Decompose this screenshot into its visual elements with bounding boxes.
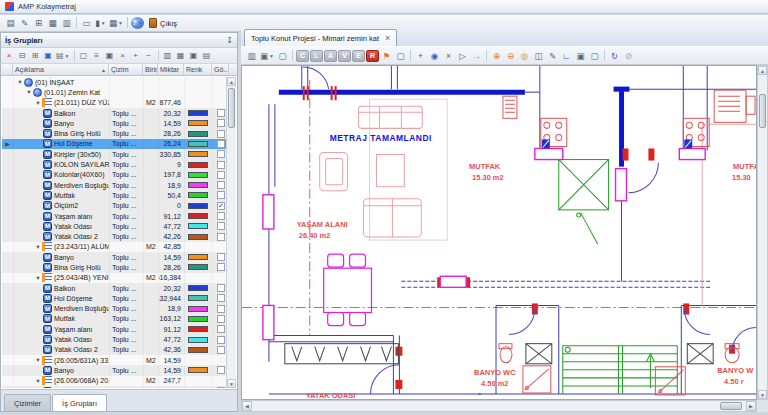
- tree-row[interactable]: ▼(26.005/631A) 33...M214,59: [2, 355, 226, 365]
- edit-icon[interactable]: ✎: [546, 49, 559, 62]
- tree-row[interactable]: MBalkonToplu ...20,32: [2, 108, 226, 118]
- tree-row[interactable]: ▼(01) İNŞAAT: [2, 77, 226, 87]
- layer-v-button[interactable]: V: [338, 50, 351, 62]
- panel-tab--izimler[interactable]: Çizimler: [4, 394, 51, 411]
- image-icon[interactable]: ▦: [46, 17, 59, 30]
- open-icon[interactable]: ▤▼: [55, 50, 71, 62]
- visibility-checkbox[interactable]: [217, 346, 225, 354]
- tree-row[interactable]: MBanyoToplu ...14,59: [2, 252, 226, 262]
- visibility-checkbox[interactable]: ✓: [217, 202, 225, 210]
- tree-row[interactable]: MKOLON SAYILARIToplu ...9: [2, 159, 226, 169]
- print-icon[interactable]: ▥: [162, 50, 174, 62]
- print-preview-icon[interactable]: ▦: [175, 50, 187, 62]
- remove-icon[interactable]: ×: [117, 50, 129, 62]
- pin-icon[interactable]: ↧: [226, 36, 233, 45]
- visibility-checkbox[interactable]: [217, 109, 225, 117]
- tree-row[interactable]: MYatak Odası 2Toplu ...42,26: [2, 231, 226, 241]
- visibility-checkbox[interactable]: [217, 140, 225, 148]
- color-swatch[interactable]: [188, 234, 208, 240]
- tree-row[interactable]: MKirişler (30x50)Toplu ...330,85: [2, 149, 226, 159]
- tree-row[interactable]: ▼(21.011) DÜZ YÜZ...M2877,46: [2, 98, 226, 108]
- color-swatch[interactable]: [188, 306, 208, 312]
- tree-row[interactable]: ▼(01.01) Zemin Kat: [2, 87, 226, 97]
- color-swatch[interactable]: [188, 120, 208, 126]
- color-swatch[interactable]: [188, 182, 208, 188]
- color-swatch[interactable]: [188, 110, 208, 116]
- visibility-checkbox[interactable]: [217, 325, 225, 333]
- column-aciklama[interactable]: Açıklama▲: [13, 64, 109, 75]
- color-swatch[interactable]: [188, 162, 208, 168]
- visibility-checkbox[interactable]: [217, 191, 225, 199]
- color-swatch[interactable]: [188, 131, 208, 137]
- ruler-icon[interactable]: ∟: [560, 49, 573, 62]
- visibility-checkbox[interactable]: [217, 222, 225, 230]
- scroll-down-icon[interactable]: ▼: [758, 390, 767, 399]
- tree-row[interactable]: MMutfakToplu ...163,12: [2, 314, 226, 324]
- exit-button[interactable]: Çıkış: [145, 18, 181, 28]
- scroll-thumb[interactable]: [759, 94, 766, 128]
- color-swatch[interactable]: [188, 172, 208, 178]
- visibility-checkbox[interactable]: [217, 150, 225, 158]
- color-swatch[interactable]: [188, 367, 208, 373]
- visibility-checkbox[interactable]: [217, 233, 225, 241]
- expand-tree-icon[interactable]: ⊞: [29, 50, 41, 62]
- visibility-checkbox[interactable]: [217, 284, 225, 292]
- duplicate-icon[interactable]: ▣: [104, 50, 116, 62]
- tree-scrollbar[interactable]: ▲ ▼: [226, 77, 236, 388]
- color-swatch[interactable]: [188, 326, 208, 332]
- zoom-page-icon[interactable]: ◫: [532, 49, 545, 62]
- delete-icon[interactable]: ×: [3, 50, 15, 62]
- expander-icon[interactable]: ▼: [34, 244, 42, 250]
- scroll-left-icon[interactable]: ◀: [242, 401, 252, 411]
- visibility-checkbox[interactable]: [217, 171, 225, 179]
- tree-row[interactable]: ▶MHol DöşemeToplu ...26,24: [2, 139, 226, 149]
- refresh-icon[interactable]: ↻: [608, 49, 621, 62]
- paste-icon[interactable]: ▤: [201, 50, 213, 62]
- visibility-checkbox[interactable]: [217, 366, 225, 374]
- color-swatch[interactable]: [188, 347, 208, 353]
- visibility-checkbox[interactable]: [217, 181, 225, 189]
- tree-row[interactable]: ▼(25.043/4B) YENİ ...M2516,384: [2, 273, 226, 283]
- document-tab[interactable]: Toplu Konut Projesi - Mimari zemin kat ×: [244, 29, 397, 46]
- column-miktar[interactable]: Miktar: [158, 64, 184, 75]
- zoom-window-icon[interactable]: ◎: [518, 49, 531, 62]
- layer-a-button[interactable]: A: [324, 50, 337, 62]
- layer-r-button[interactable]: R: [366, 50, 379, 62]
- visibility-checkbox[interactable]: [217, 315, 225, 323]
- color-swatch[interactable]: [188, 337, 208, 343]
- layer-c-button[interactable]: C: [296, 50, 309, 62]
- color-swatch[interactable]: [188, 295, 208, 301]
- marquee-icon[interactable]: ▢: [394, 49, 407, 62]
- tree-row[interactable]: MBanyoToplu ...14,59: [2, 118, 226, 128]
- drawing-canvas[interactable]: METRAJ TAMAMLANDI YAŞAM ALANI 26.40 m2 M…: [241, 65, 757, 400]
- expander-icon[interactable]: ▼: [34, 357, 42, 363]
- book-icon[interactable]: ▮▼: [94, 17, 107, 30]
- tree-row[interactable]: MMerdiven BoşluğuToplu ...18,9: [2, 180, 226, 190]
- expander-icon[interactable]: ▼: [34, 275, 42, 281]
- color-swatch[interactable]: [188, 223, 208, 229]
- tree-row[interactable]: ▼(26.006/068A) 20...M2247,7: [2, 376, 226, 386]
- delete-icon[interactable]: ×: [442, 49, 455, 62]
- visibility-checkbox[interactable]: [217, 263, 225, 271]
- visibility-checkbox[interactable]: [217, 161, 225, 169]
- list-icon[interactable]: ≡: [91, 50, 103, 62]
- expand-icon[interactable]: ⊞: [32, 17, 45, 30]
- color-swatch[interactable]: [188, 254, 208, 260]
- tree-row[interactable]: MKolonlar(40X60)Toplu ...197,8: [2, 170, 226, 180]
- tree-row[interactable]: MYaşam alanıToplu ...91,12: [2, 324, 226, 334]
- pages-icon[interactable]: ▣: [574, 49, 587, 62]
- column-renk[interactable]: Renk: [184, 64, 212, 75]
- extents-icon[interactable]: ▢: [588, 49, 601, 62]
- copy-icon[interactable]: ▣: [188, 50, 200, 62]
- scroll-down-icon[interactable]: ▼: [227, 379, 236, 388]
- scroll-thumb[interactable]: [720, 402, 742, 410]
- collapse-tree-icon[interactable]: ⊟: [16, 50, 28, 62]
- column-goster[interactable]: Gö...: [212, 64, 229, 75]
- tree-row[interactable]: MÖlçüm2Toplu ...0✓: [2, 201, 226, 211]
- hide-icon[interactable]: ⊘: [622, 49, 635, 62]
- tree-row[interactable]: MMutfakToplu ...50,4: [2, 190, 226, 200]
- color-swatch[interactable]: [188, 213, 208, 219]
- scroll-up-icon[interactable]: ▲: [758, 66, 767, 75]
- tree-row[interactable]: MBina Giriş HolüToplu ...28,26: [2, 262, 226, 272]
- print-icon[interactable]: ▥: [60, 17, 73, 30]
